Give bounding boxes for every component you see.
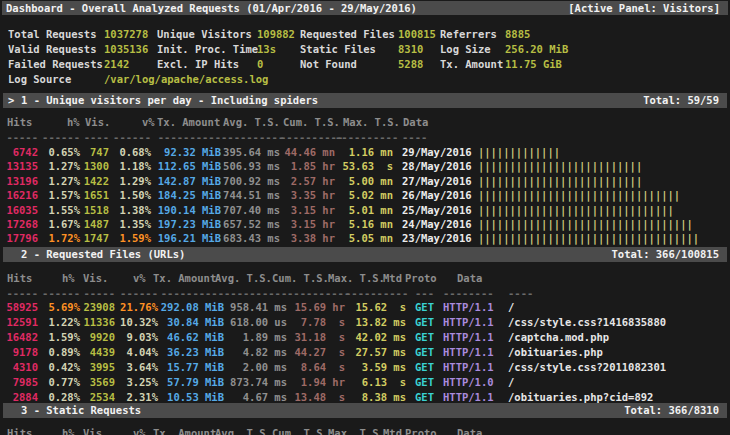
cell-max: 5.02 mn: [335, 188, 393, 202]
table-row[interactable]: 162161.57%16511.50%184.25 MiB744.51 ms3.…: [0, 188, 730, 202]
cell-avg: 744.51 ms: [221, 188, 280, 202]
cell-hits: 17796: [0, 231, 38, 245]
cell-tx: 92.32 MiB: [151, 145, 221, 159]
cell-vis: 1487: [80, 217, 109, 231]
table-row[interactable]: 43100.42%39953.64%15.77 MiB2.00 ms8.64 s…: [0, 360, 730, 375]
active-panel-label: [Active Panel: Visitors]: [568, 1, 720, 15]
column-header: Avg. T.S.: [223, 116, 280, 129]
cell-data: 24/May/2016 ||||||||||||||||||||||||||||…: [402, 217, 730, 231]
cell-vp: 1.50%: [109, 188, 151, 202]
cell-cum: 8.64 s: [287, 360, 345, 375]
cell-hits: 13196: [0, 174, 38, 188]
cell-cum: 3.15 hr: [280, 203, 335, 217]
summary-row: Valid Requests1035136Init. Proc. Time13s…: [0, 42, 730, 57]
cell-mtd: GET: [415, 375, 443, 390]
separator-dashes: ------: [38, 286, 80, 301]
table-row[interactable]: 160351.55%15181.38%190.14 MiB707.40 ms3.…: [0, 203, 730, 217]
separator-dashes: ----: [508, 286, 730, 301]
cell-hits: 7985: [0, 375, 38, 390]
table-row[interactable]: 67420.65%7470.68%92.32 MiB395.64 ms44.46…: [0, 145, 730, 159]
table-row[interactable]: 164821.59%99209.03%46.62 MiB1.89 ms31.18…: [0, 330, 730, 345]
cell-vp: 3.64%: [115, 360, 158, 375]
cell-mtd: GET: [415, 300, 443, 315]
active-panel-indicator: [8, 403, 21, 418]
cell-mtd: GET: [415, 360, 443, 375]
cell-date: 24/May/2016: [402, 218, 472, 230]
cell-tx: 112.65 MiB: [151, 159, 221, 173]
column-header: Hits: [7, 427, 32, 435]
cell-max: 42.02 ms: [345, 330, 406, 345]
column-header: Avg. T.S.: [215, 427, 272, 435]
table-row[interactable]: 177961.72%17471.59%196.21 MiB683.43 ms3.…: [0, 231, 730, 245]
panel-1-separator: ----------------------------------------…: [0, 130, 730, 144]
cell-vis: 1422: [80, 174, 109, 188]
summary-value: 100815: [398, 27, 440, 42]
cell-cum: 1.94 hr: [287, 375, 345, 390]
cell-hp: 5.69%: [38, 300, 80, 315]
column-header: h%: [62, 272, 75, 285]
cell-hp: 1.59%: [38, 330, 80, 345]
cell-hp: 1.27%: [38, 174, 80, 188]
panel-header-3[interactable]: 3 - Static RequestsTotal: 366/8310: [3, 403, 727, 418]
cell-avg: 2.00 ms: [224, 360, 287, 375]
cell-date: 29/May/2016: [402, 146, 472, 158]
cell-url: /css/style.css?2011082301: [508, 360, 730, 375]
table-row[interactable]: 589255.69%2390821.76%292.08 MiB958.41 ms…: [0, 300, 730, 315]
cell-hp: 0.77%: [38, 375, 80, 390]
column-header: Hits: [7, 116, 32, 129]
column-header: Max. T.S.: [343, 116, 400, 129]
table-row[interactable]: 79850.77%35693.25%57.79 MiB873.74 ms1.94…: [0, 375, 730, 390]
cell-hits: 16216: [0, 188, 38, 202]
cell-url: /obituaries.php: [508, 345, 730, 360]
column-header: Avg. T.S.: [215, 272, 272, 285]
column-header: Max. T.S.: [328, 427, 385, 435]
cell-max: 5.05 mn: [335, 231, 393, 245]
cell-url: /: [508, 375, 730, 390]
table-row[interactable]: 91780.89%44394.04%36.23 MiB4.82 ms44.27 …: [0, 345, 730, 360]
cell-tx: 142.87 MiB: [151, 174, 221, 188]
title-bar: Dashboard - Overall Analyzed Requests (0…: [2, 1, 728, 15]
column-header: Mtd: [383, 427, 402, 435]
panel-total: Total: 59/59: [643, 93, 719, 108]
cell-hp: 0.89%: [38, 345, 80, 360]
column-header: h%: [67, 116, 80, 129]
summary-value: 8885: [505, 27, 730, 42]
panel-2-column-headers: Hitsh%Vis.v%Tx. AmountAvg. T.S.Cum. T.S.…: [0, 272, 730, 285]
table-row[interactable]: 131961.27%14221.29%142.87 MiB700.92 ms2.…: [0, 174, 730, 188]
column-header: Tx. Amount: [153, 272, 216, 285]
cell-vis: 1518: [80, 203, 109, 217]
summary-row: Log Source/var/log/apache/access.log: [0, 72, 730, 87]
panel-header-2[interactable]: 2 - Requested Files (URLs)Total: 366/100…: [3, 247, 727, 262]
cell-vp: 1.29%: [109, 174, 151, 188]
summary-value: 13s: [257, 42, 300, 57]
cell-vp: 1.38%: [109, 203, 151, 217]
summary-label: Static Files: [300, 42, 398, 57]
cell-cum: 3.35 hr: [280, 188, 335, 202]
summary-label: Total Requests: [8, 27, 104, 42]
summary-row: Total Requests1037278Unique Visitors1098…: [0, 27, 730, 42]
separator-dashes: ------: [38, 130, 80, 144]
cell-max: 6.13 s: [345, 375, 406, 390]
separator-dashes: ----------: [224, 286, 287, 301]
cell-hp: 1.27%: [38, 159, 80, 173]
cell-vp: 0.68%: [109, 145, 151, 159]
cell-url: /: [508, 300, 730, 315]
table-row[interactable]: 125911.22%1133610.32%30.84 MiB618.00 us7…: [0, 315, 730, 330]
cell-proto: HTTP/1.1: [443, 330, 500, 345]
separator-dashes: ----: [80, 130, 109, 144]
hits-bar-chart: |||||||||||||||||||||||||||||||||||: [478, 232, 699, 244]
panel-title: 2 - Requested Files (URLs): [21, 248, 185, 260]
table-row[interactable]: 131351.27%13001.18%112.65 MiB506.93 ms1.…: [0, 159, 730, 173]
panel-title-wrap: 2 - Requested Files (URLs): [8, 247, 185, 262]
cell-hits: 58925: [0, 300, 38, 315]
cell-vis: 3569: [80, 375, 115, 390]
panel-header-1[interactable]: >1 - Unique visitors per day - Including…: [3, 93, 727, 108]
cell-proto: HTTP/1.1: [443, 345, 500, 360]
cell-vis: 11336: [80, 315, 115, 330]
hits-bar-chart: ||||||||||||||||||||||||||: [478, 175, 642, 187]
cell-avg: 618.00 us: [224, 315, 287, 330]
table-row[interactable]: 172681.67%14871.35%197.23 MiB657.52 ms3.…: [0, 217, 730, 231]
cell-vis: 4439: [80, 345, 115, 360]
separator-dashes: ----------: [221, 130, 280, 144]
summary-value: 256.20 MiB: [505, 42, 730, 57]
